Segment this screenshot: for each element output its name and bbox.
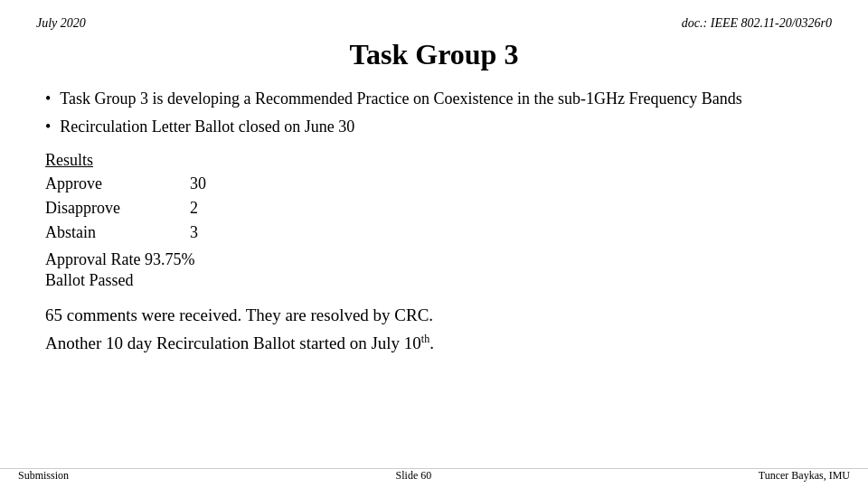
results-table: Approve 30 Disapprove 2 Abstain 3	[45, 172, 832, 245]
list-item: Recirculation Letter Ballot closed on Ju…	[45, 116, 832, 138]
comments-line1: 65 comments were received. They are reso…	[45, 303, 832, 329]
header-left: July 2020	[36, 16, 86, 31]
approval-rate: Approval Rate 93.75%	[36, 250, 832, 269]
footer-center: Slide 60	[396, 469, 432, 483]
comments-line2-suffix: .	[429, 333, 434, 352]
bullet-list: Task Group 3 is developing a Recommended…	[36, 88, 832, 138]
ballot-passed: Ballot Passed	[36, 271, 832, 290]
abstain-label: Abstain	[45, 221, 190, 245]
approve-value: 30	[190, 172, 244, 196]
disapprove-label: Disapprove	[45, 196, 190, 221]
disapprove-value: 2	[190, 196, 244, 221]
results-section: Results Approve 30 Disapprove 2 Abstain …	[36, 151, 832, 245]
comments-line2: Another 10 day Recirculation Ballot star…	[45, 331, 832, 357]
superscript-th: th	[421, 333, 429, 345]
results-title: Results	[45, 151, 832, 170]
header-bar: July 2020 doc.: IEEE 802.11-20/0326r0	[36, 16, 832, 31]
slide-title: Task Group 3	[36, 38, 832, 71]
footer-right: Tuncer Baykas, IMU	[759, 469, 850, 483]
abstain-value: 3	[190, 221, 244, 245]
bullet-text-1: Task Group 3 is developing a Recommended…	[60, 88, 742, 110]
comments-line2-prefix: Another 10 day Recirculation Ballot star…	[45, 333, 421, 352]
footer-left: Submission	[18, 469, 69, 483]
bullet-text-2: Recirculation Letter Ballot closed on Ju…	[60, 116, 354, 138]
list-item: Task Group 3 is developing a Recommended…	[45, 88, 832, 110]
comments-section: 65 comments were received. They are reso…	[36, 303, 832, 356]
header-right: doc.: IEEE 802.11-20/0326r0	[682, 16, 832, 31]
approve-label: Approve	[45, 172, 190, 196]
footer-bar: Submission Slide 60 Tuncer Baykas, IMU	[0, 468, 868, 483]
slide-container: July 2020 doc.: IEEE 802.11-20/0326r0 Ta…	[0, 0, 868, 488]
